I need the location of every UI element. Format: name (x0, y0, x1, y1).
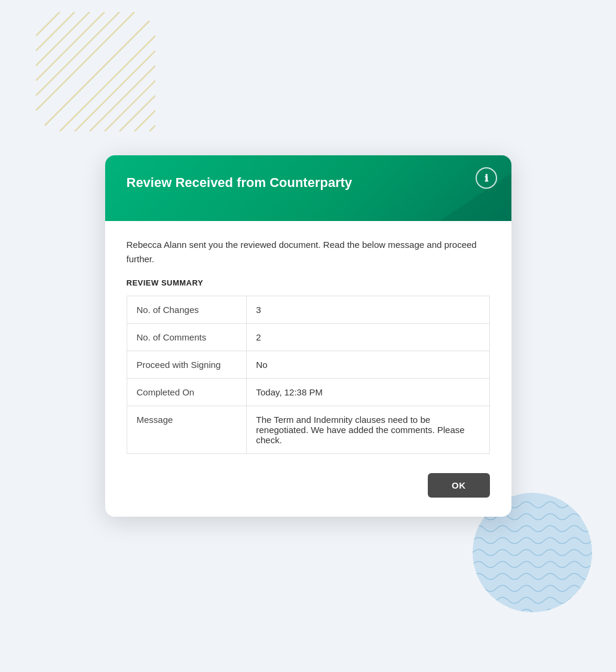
table-row: Proceed with SigningNo (127, 351, 489, 379)
table-row: Completed OnToday, 12:38 PM (127, 379, 489, 406)
svg-line-3 (36, 12, 105, 81)
svg-line-10 (105, 81, 155, 131)
modal-header: Review Received from Counterparty ℹ (105, 155, 511, 221)
row-label: Completed On (127, 379, 246, 406)
table-row: MessageThe Term and Indemnity clauses ne… (127, 406, 489, 454)
row-value: Today, 12:38 PM (246, 379, 489, 406)
summary-table: No. of Changes3No. of Comments2Proceed w… (127, 296, 490, 454)
modal-body: Rebecca Alann sent you the reviewed docu… (105, 221, 511, 517)
row-value: No (246, 351, 489, 379)
row-value: 3 (246, 296, 489, 324)
svg-line-5 (36, 12, 134, 111)
svg-line-2 (36, 12, 90, 66)
section-label: REVIEW SUMMARY (127, 278, 490, 287)
svg-line-9 (90, 66, 155, 131)
svg-line-11 (119, 96, 155, 131)
row-label: No. of Changes (127, 296, 246, 324)
row-value: The Term and Indemnity clauses need to b… (246, 406, 489, 454)
modal-title: Review Received from Counterparty (127, 174, 425, 192)
ok-button[interactable]: OK (428, 473, 490, 498)
svg-line-7 (60, 36, 155, 131)
row-label: Message (127, 406, 246, 454)
svg-line-8 (75, 51, 155, 131)
info-icon: ℹ (485, 173, 488, 184)
background-decoration-lines (36, 12, 155, 131)
table-row: No. of Comments2 (127, 324, 489, 351)
row-label: Proceed with Signing (127, 351, 246, 379)
row-label: No. of Comments (127, 324, 246, 351)
svg-line-13 (149, 125, 155, 131)
review-modal: Review Received from Counterparty ℹ Rebe… (105, 155, 511, 517)
table-row: No. of Changes3 (127, 296, 489, 324)
info-button[interactable]: ℹ (476, 167, 497, 189)
intro-text: Rebecca Alann sent you the reviewed docu… (127, 238, 490, 266)
svg-line-0 (36, 12, 60, 36)
row-value: 2 (246, 324, 489, 351)
modal-footer: OK (127, 471, 490, 498)
svg-line-1 (36, 12, 75, 51)
